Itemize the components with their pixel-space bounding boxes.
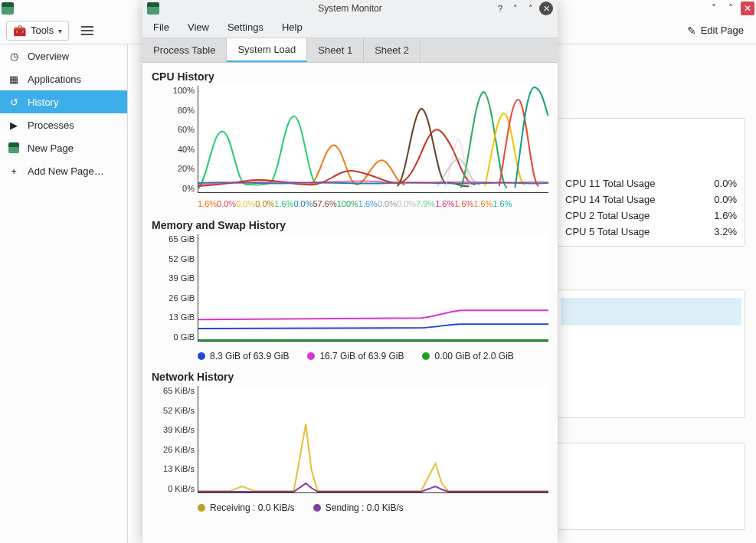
sidebar-item-new-page[interactable]: New Page	[0, 136, 127, 159]
chevron-down-icon	[58, 25, 62, 36]
cpu-label: CPU 2 Total Usage	[565, 210, 650, 221]
y-tick: 13 GiB	[152, 312, 195, 322]
tab-bar: Process TableSystem LoadSheet 1Sheet 2	[142, 38, 558, 63]
legend-color-dot	[307, 352, 315, 360]
close-button[interactable]: ✕	[741, 2, 754, 15]
legend-label: Receiving : 0.0 KiB/s	[210, 502, 295, 513]
legend-label: Sending : 0.0 KiB/s	[326, 502, 404, 513]
cpu-core-current-value: 0.0%	[397, 199, 416, 208]
y-tick: 65 GiB	[152, 234, 195, 244]
y-tick: 60%	[152, 125, 195, 134]
menu-view[interactable]: View	[180, 18, 217, 36]
maximize-button[interactable]: ˄	[724, 2, 738, 15]
legend-item: 0.00 GiB of 2.0 GiB	[422, 351, 513, 361]
legend-item: 16.7 GiB of 63.9 GiB	[307, 351, 404, 361]
legend-item: Receiving : 0.0 KiB/s	[198, 502, 295, 513]
cpu-usage-row: CPU 11 Total Usage0.0%	[565, 175, 737, 191]
cpu-value: 0.0%	[714, 194, 737, 205]
menu-settings[interactable]: Settings	[220, 18, 271, 36]
sidebar-item-label: Overview	[28, 51, 69, 62]
cpu-core-current-value: 7.9%	[416, 199, 435, 208]
menu-file[interactable]: File	[146, 18, 177, 36]
tab-sheet-1[interactable]: Sheet 1	[307, 38, 364, 62]
minimize-button[interactable]: ˅	[707, 2, 721, 15]
tab-process-table[interactable]: Process Table	[142, 38, 227, 62]
cpu-usage-row: CPU 2 Total Usage1.6%	[565, 208, 737, 224]
sidebar-item-applications[interactable]: ▦Applications	[0, 67, 127, 90]
cpu-core-current-value: 0.0%	[236, 199, 255, 208]
sidebar-item-overview[interactable]: ◷Overview	[0, 44, 127, 67]
cpu-core-current-value: 1.6%	[435, 199, 454, 208]
hamburger-menu[interactable]	[77, 21, 98, 40]
sidebar-item-add-new-page-[interactable]: +Add New Page…	[0, 159, 127, 182]
y-tick: 0%	[152, 184, 195, 193]
pencil-icon	[687, 25, 696, 37]
y-tick: 40%	[152, 145, 195, 154]
y-tick: 26 KiB/s	[152, 445, 195, 454]
fg-titlebar[interactable]: System Monitor ? ˅ ˄ ✕	[142, 0, 558, 17]
legend-color-dot	[313, 504, 321, 512]
cpu-core-current-value: 0.0%	[255, 199, 274, 208]
legend-item: 8.3 GiB of 63.9 GiB	[198, 351, 289, 361]
cpu-core-current-value: 1.6%	[454, 199, 473, 208]
cpu-core-current-value: 0.0%	[378, 199, 397, 208]
y-tick: 20%	[152, 164, 195, 173]
legend-label: 0.00 GiB of 2.0 GiB	[434, 351, 513, 361]
speedometer-icon: ◷	[8, 50, 20, 62]
tab-system-load[interactable]: System Load	[227, 38, 307, 62]
network-legend: Receiving : 0.0 KiB/sSending : 0.0 KiB/s	[198, 499, 548, 522]
y-tick: 0 GiB	[152, 332, 195, 342]
sidebar-item-processes[interactable]: ▶Processes	[0, 113, 127, 136]
cpu-value: 1.6%	[714, 210, 737, 221]
edit-page-button[interactable]: Edit Page	[681, 21, 750, 40]
legend-label: 8.3 GiB of 63.9 GiB	[210, 351, 289, 361]
tab-sheet-2[interactable]: Sheet 2	[364, 38, 421, 62]
sidebar-item-label: New Page	[28, 142, 74, 154]
cpu-usage-row: CPU 5 Total Usage3.2%	[565, 224, 737, 240]
system-load-content: CPU History 100%80%60%40%20%0%	[142, 63, 558, 543]
cpu-x-axis-labels: 1.6%0.0%0.0%0.0%1.6%0.0%57.6%100%1.6%0.0…	[198, 199, 548, 208]
cpu-value: 3.2%	[714, 226, 737, 237]
cpu-label: CPU 11 Total Usage	[565, 178, 656, 189]
network-mini-panel	[557, 443, 745, 530]
cpu-core-current-value: 0.0%	[293, 199, 313, 208]
apps-grid-icon: ▦	[8, 73, 20, 85]
y-tick: 39 GiB	[152, 273, 195, 283]
cpu-history-chart	[198, 86, 548, 193]
y-tick: 26 GiB	[152, 293, 195, 303]
cpu-core-current-value: 57.6%	[313, 199, 336, 208]
memory-y-axis: 65 GiB52 GiB39 GiB26 GiB13 GiB0 GiB	[152, 234, 198, 342]
menu-help[interactable]: Help	[274, 18, 310, 36]
tools-label: Tools	[31, 25, 54, 36]
sidebar-item-label: History	[28, 96, 58, 108]
menubar: FileViewSettingsHelp	[142, 17, 558, 38]
cpu-total-mini-panel: CPU 11 Total Usage0.0%CPU 14 Total Usage…	[557, 118, 745, 247]
process-icon: ▶	[8, 119, 20, 131]
y-tick: 80%	[152, 106, 195, 115]
plus-icon: +	[8, 165, 20, 177]
monitor-icon	[8, 142, 20, 154]
cpu-usage-row: CPU 14 Total Usage0.0%	[565, 191, 737, 208]
legend-label: 16.7 GiB of 63.9 GiB	[319, 351, 404, 361]
y-tick: 39 KiB/s	[152, 425, 195, 434]
cpu-core-current-value: 1.6%	[358, 199, 378, 208]
legend-color-dot	[198, 504, 205, 512]
cpu-core-current-value: 1.6%	[274, 199, 293, 208]
history-icon: ↺	[8, 96, 20, 108]
cpu-core-current-value: 100%	[337, 199, 358, 208]
network-history-title: Network History	[152, 371, 548, 383]
cpu-core-current-value: 0.0%	[217, 199, 236, 208]
monitor-app-icon	[2, 2, 14, 15]
sidebar-item-label: Applications	[28, 74, 81, 85]
y-tick: 52 KiB/s	[152, 406, 195, 415]
y-tick: 65 KiB/s	[152, 386, 195, 395]
cpu-label: CPU 5 Total Usage	[565, 226, 650, 237]
y-tick: 0 KiB/s	[152, 484, 195, 493]
window-title: System Monitor	[142, 3, 558, 14]
cpu-core-current-value: 1.6%	[493, 199, 512, 208]
legend-item: Sending : 0.0 KiB/s	[313, 502, 404, 513]
edit-page-label: Edit Page	[701, 25, 744, 36]
sidebar-item-history[interactable]: ↺History	[0, 90, 127, 113]
memory-mini-panel	[557, 289, 745, 418]
tools-dropdown[interactable]: Tools	[6, 21, 69, 41]
